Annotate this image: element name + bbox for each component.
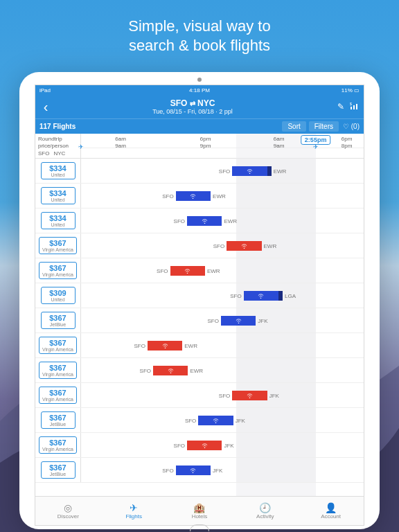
flight-row[interactable]: $334UnitedSFOEWR bbox=[35, 209, 364, 233]
route-title[interactable]: SFO ⇄ NYC Tue, 08/15 - Fri, 08/18 · 2 pp… bbox=[56, 98, 329, 115]
timeline-cell[interactable]: SFOEWR bbox=[81, 333, 364, 357]
price-cell[interactable]: $367Virgin America bbox=[35, 258, 81, 283]
airline-name: JetBlue bbox=[44, 322, 72, 327]
timeline-cell[interactable]: SFOEWR bbox=[81, 209, 364, 233]
price-value: $334 bbox=[44, 164, 72, 172]
tab-label: Account bbox=[321, 513, 341, 520]
timeline-cell[interactable]: SFOJFK bbox=[81, 383, 364, 407]
flight-bar[interactable]: SFOJFK bbox=[217, 391, 281, 400]
svg-point-14 bbox=[215, 422, 217, 423]
dest-code: EWR bbox=[213, 193, 226, 200]
origin-code: SFO bbox=[134, 343, 145, 349]
wifi-icon bbox=[247, 393, 253, 399]
price-cell[interactable]: $367JetBlue bbox=[35, 408, 81, 432]
price-cell[interactable]: $367JetBlue bbox=[35, 308, 81, 332]
flight-row[interactable]: $367Virgin AmericaSFOJFK bbox=[35, 433, 364, 458]
wifi-icon bbox=[202, 218, 208, 224]
price-value: $367 bbox=[44, 314, 72, 322]
status-bar: iPad 4:18 PM 11% ▭ bbox=[35, 85, 364, 95]
wifi-icon bbox=[258, 293, 264, 299]
flight-bar[interactable]: SFOLGA bbox=[228, 291, 298, 301]
timeline-cell[interactable]: SFOJFK bbox=[81, 458, 364, 482]
flight-segment bbox=[176, 191, 211, 201]
flight-bar[interactable]: SFOEWR bbox=[217, 166, 289, 176]
tab-label: Hotels bbox=[192, 513, 208, 520]
tab-discover[interactable]: ◎Discover bbox=[35, 497, 101, 525]
price-cell[interactable]: $367Virgin America bbox=[35, 383, 81, 407]
airline-name: United bbox=[44, 172, 72, 177]
tab-hotels[interactable]: 🏨Hotels bbox=[167, 497, 233, 525]
origin-code: SFO bbox=[230, 293, 241, 299]
flight-segment bbox=[187, 216, 222, 226]
flight-bar[interactable]: SFOEWR bbox=[154, 266, 222, 276]
price-cell[interactable]: $367Virgin America bbox=[35, 333, 81, 357]
price-cell[interactable]: $367Virgin America bbox=[35, 433, 81, 457]
origin-code: SFO bbox=[162, 193, 173, 200]
hotels-icon: 🏨 bbox=[193, 503, 205, 513]
flight-bar[interactable]: SFOJFK bbox=[172, 441, 236, 450]
flight-row[interactable]: $367JetBlueSFOJFK bbox=[35, 408, 364, 433]
flight-row[interactable]: $367Virgin AmericaSFOEWR bbox=[35, 233, 364, 258]
price-graph-icon[interactable]: $ bbox=[350, 102, 358, 112]
flight-row[interactable]: $367Virgin AmericaSFOJFK bbox=[35, 383, 364, 408]
camera-dot bbox=[197, 78, 202, 82]
price-cell[interactable]: $367Virgin America bbox=[35, 358, 81, 382]
tab-flights[interactable]: ✈Flights bbox=[101, 497, 167, 525]
airline-name: Virgin America bbox=[42, 347, 73, 352]
timeline-cell[interactable]: SFOJFK bbox=[81, 308, 364, 332]
timeline-cell[interactable]: SFOEWR bbox=[81, 184, 364, 208]
flight-bar[interactable]: SFOEWR bbox=[138, 366, 206, 375]
flight-row[interactable]: $334UnitedSFOEWR bbox=[35, 184, 364, 209]
timeline-scale[interactable]: 6am9am6pm9pm6am9am6pm8pm✈✈2:55pm bbox=[81, 134, 364, 158]
flight-row[interactable]: $367JetBlueSFOJFK bbox=[35, 458, 364, 483]
dest-code: JFK bbox=[269, 393, 279, 399]
flight-bar[interactable]: SFOJFK bbox=[206, 316, 270, 326]
tab-activity[interactable]: 🕘Activity bbox=[232, 497, 298, 525]
flight-bar[interactable]: SFOJFK bbox=[183, 416, 247, 425]
sort-button[interactable]: Sort bbox=[282, 121, 305, 132]
filters-button[interactable]: Filters bbox=[309, 121, 339, 132]
timeline-cell[interactable]: SFOEWR bbox=[81, 258, 364, 283]
origin-code: SFO bbox=[174, 218, 185, 224]
price-cell[interactable]: $334United bbox=[35, 209, 81, 233]
edit-icon[interactable]: ✎ bbox=[337, 102, 344, 112]
favorites-button[interactable]: ♡ (0) bbox=[343, 123, 360, 130]
tab-label: Flights bbox=[125, 513, 142, 520]
flight-row[interactable]: $309UnitedSFOLGA bbox=[35, 283, 364, 308]
flight-row[interactable]: $367JetBlueSFOJFK bbox=[35, 308, 364, 333]
flight-bar[interactable]: SFOEWR bbox=[132, 341, 200, 351]
timeline-cell[interactable]: SFOEWR bbox=[81, 233, 364, 258]
now-indicator[interactable]: 2:55pm bbox=[301, 135, 331, 145]
flight-bar[interactable]: SFOEWR bbox=[160, 191, 228, 201]
price-cell[interactable]: $309United bbox=[35, 283, 81, 308]
svg-text:$: $ bbox=[350, 102, 352, 106]
tab-account[interactable]: 👤Account bbox=[298, 497, 364, 525]
price-cell[interactable]: $367JetBlue bbox=[35, 458, 81, 482]
status-device: iPad bbox=[39, 87, 51, 94]
svg-point-4 bbox=[249, 172, 251, 174]
timeline-cell[interactable]: SFOLGA bbox=[81, 283, 364, 308]
wifi-icon bbox=[190, 468, 196, 474]
flight-bar[interactable]: SFOJFK bbox=[160, 466, 224, 475]
flight-row[interactable]: $367Virgin AmericaSFOEWR bbox=[35, 333, 364, 358]
time-tick: 6pm8pm bbox=[342, 136, 353, 149]
flight-row[interactable]: $367Virgin AmericaSFOEWR bbox=[35, 258, 364, 283]
flight-row[interactable]: $334UnitedSFOEWR bbox=[35, 159, 364, 184]
timeline-cell[interactable]: SFOJFK bbox=[81, 433, 364, 457]
price-value: $367 bbox=[42, 364, 73, 372]
flight-segment bbox=[148, 341, 182, 351]
svg-rect-1 bbox=[351, 107, 352, 109]
svg-point-8 bbox=[187, 272, 188, 274]
timeline-cell[interactable]: SFOEWR bbox=[81, 159, 364, 183]
timeline-cell[interactable]: SFOEWR bbox=[81, 358, 364, 382]
flight-row[interactable]: $367Virgin AmericaSFOEWR bbox=[35, 358, 364, 383]
back-button[interactable]: ‹ bbox=[35, 99, 56, 115]
home-button[interactable] bbox=[190, 524, 209, 531]
price-cell[interactable]: $334United bbox=[35, 159, 81, 183]
flight-segment bbox=[221, 316, 256, 326]
price-cell[interactable]: $367Virgin America bbox=[35, 233, 81, 258]
price-cell[interactable]: $334United bbox=[35, 184, 81, 208]
flight-bar[interactable]: SFOEWR bbox=[172, 216, 240, 226]
flight-bar[interactable]: SFOEWR bbox=[211, 241, 279, 251]
timeline-cell[interactable]: SFOJFK bbox=[81, 408, 364, 432]
